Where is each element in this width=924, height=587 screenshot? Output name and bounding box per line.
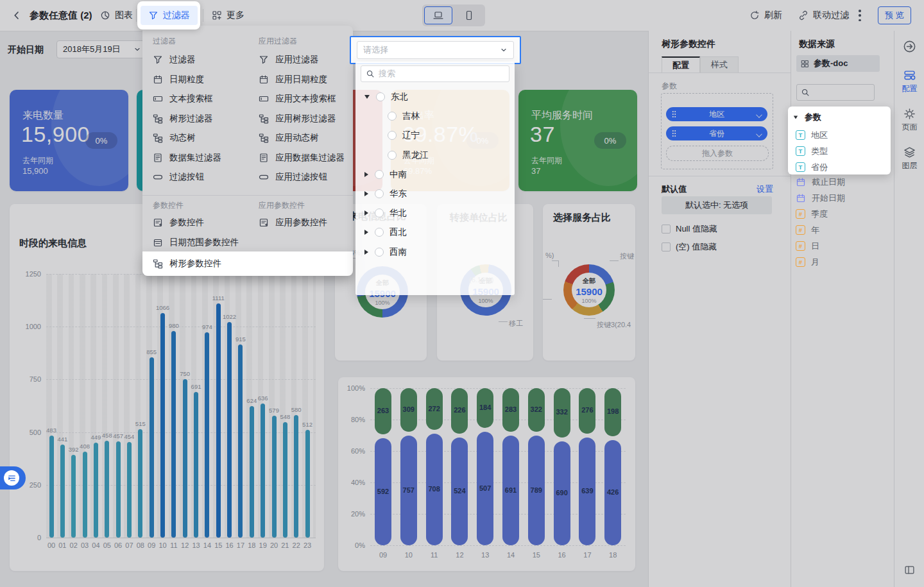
rail-tab-页面[interactable]: 页面 (894, 108, 924, 133)
start-date-select[interactable]: 2018年5月19日 (56, 40, 148, 58)
radio-button[interactable] (375, 189, 384, 198)
default-settings-link[interactable]: 设置 (757, 183, 773, 195)
menu-item-应用日期粒度[interactable]: 应用日期粒度 (259, 70, 345, 90)
tree-node-黑龙江[interactable]: 黑龙江 (355, 146, 515, 165)
radio-button[interactable] (388, 151, 397, 160)
tree-node-西北[interactable]: 西北 (355, 223, 515, 242)
tree-node-label: 中南 (389, 169, 407, 180)
collapse-panel-button[interactable] (894, 40, 924, 55)
triangle-down-icon[interactable] (364, 95, 370, 99)
triangle-right-icon[interactable] (364, 191, 368, 196)
tree-node-吉林[interactable]: 吉林 (355, 106, 515, 126)
tree-search-input[interactable]: 搜索 (361, 65, 509, 82)
menu-item-应用数据集过滤器[interactable]: 应用数据集过滤器 (259, 148, 345, 168)
triangle-right-icon[interactable] (364, 172, 368, 177)
param-folder-row[interactable]: 参数 (793, 112, 821, 123)
field-季度[interactable]: #季度 (796, 206, 828, 222)
calendar-icon (259, 74, 269, 85)
tree-node-华东[interactable]: 华东 (355, 184, 515, 203)
bar (138, 429, 142, 538)
menu-item-应用参数控件[interactable]: 应用参数控件 (259, 213, 327, 233)
tree-node-东北[interactable]: 东北 (355, 87, 515, 106)
x-axis-tick: 14 (501, 551, 520, 559)
field-类型[interactable]: T类型 (796, 143, 828, 159)
tree-param-select[interactable]: 请选择 (357, 41, 514, 59)
menu-item-应用树形过滤器[interactable]: 应用树形过滤器 (259, 109, 345, 129)
empty-hide-checkbox[interactable] (662, 242, 671, 251)
tab-config[interactable]: 配置 (662, 56, 700, 73)
field-年[interactable]: #年 (796, 222, 819, 238)
funnel-icon (259, 55, 269, 65)
tree-node-华北[interactable]: 华北 (355, 203, 515, 223)
desktop-view-toggle[interactable] (424, 6, 452, 24)
radio-button[interactable] (375, 248, 384, 257)
menu-item-日期范围参数控件[interactable]: 日期范围参数控件 (153, 233, 239, 253)
tree-node-辽宁[interactable]: 辽宁 (355, 126, 515, 145)
bar (194, 392, 198, 538)
dataset-selector[interactable]: 参数-doc (796, 55, 880, 72)
linkage-filter-button[interactable]: 联动过滤 (793, 5, 854, 26)
menu-item-树形过滤器[interactable]: 树形过滤器 (153, 109, 221, 129)
drag-handle-icon[interactable] (672, 110, 676, 118)
menu-item-文本搜索框[interactable]: 文本搜索框 (153, 89, 221, 109)
menu-item-过滤按钮[interactable]: 过滤按钮 (153, 167, 221, 187)
radio-button[interactable] (388, 131, 397, 140)
triangle-right-icon[interactable] (364, 250, 368, 255)
menu-item-应用文本搜索框[interactable]: 应用文本搜索框 (259, 89, 345, 109)
kpi-value: 37 (530, 122, 555, 147)
menu-item-动态树[interactable]: 动态树 (153, 128, 221, 148)
param-pill-province[interactable]: 省份 (666, 126, 767, 140)
bar (283, 422, 287, 538)
mobile-view-toggle[interactable] (455, 6, 483, 24)
kebab-menu-button[interactable] (853, 5, 866, 26)
triangle-right-icon[interactable] (364, 230, 368, 235)
field-月[interactable]: #月 (796, 254, 819, 270)
field-截止日期[interactable]: 截止日期 (796, 174, 845, 190)
segment-value-label: 276 (579, 406, 595, 414)
rail-tab-配置[interactable]: 配置 (894, 69, 924, 94)
menu-item-tree-param-widget[interactable]: 树形参数控件 (142, 251, 353, 276)
sidebar-layout-button[interactable] (894, 565, 924, 577)
radio-button[interactable] (375, 228, 384, 237)
kpi-card[interactable]: 来电数量15,9000%去年同期15,900 (10, 90, 128, 191)
field-地区[interactable]: T地区 (796, 127, 828, 143)
refresh-button[interactable]: 刷新 (744, 5, 787, 26)
menu-item-日期粒度[interactable]: 日期粒度 (153, 70, 221, 90)
drag-handle-icon[interactable] (672, 130, 676, 137)
filter-menu-button[interactable]: 过滤器 (137, 1, 200, 30)
field-开始日期[interactable]: 开始日期 (796, 190, 845, 206)
menu-item-数据集过滤器[interactable]: 数据集过滤器 (153, 148, 221, 168)
radio-button[interactable] (375, 208, 384, 217)
preview-button[interactable]: 预 览 (878, 6, 911, 24)
number-field-icon: # (796, 209, 805, 219)
radio-button[interactable] (376, 92, 385, 101)
menu-item-参数控件[interactable]: 参数控件 (153, 213, 239, 233)
menu-item-应用过滤按钮[interactable]: 应用过滤按钮 (259, 167, 345, 187)
radio-button[interactable] (388, 112, 397, 121)
menu-item-过滤器[interactable]: 过滤器 (153, 50, 221, 70)
chart-title: 时段的来电信息 (19, 237, 87, 250)
tab-style[interactable]: 样式 (700, 56, 739, 73)
field-search-input[interactable] (796, 84, 875, 101)
more-menu-button[interactable]: 更多 (207, 5, 250, 26)
radio-button[interactable] (375, 170, 384, 179)
pie-chart-icon (100, 10, 110, 21)
stacked-segment-bottom: 426 (604, 440, 621, 545)
drop-param-hint[interactable]: 拖入参数 (666, 146, 769, 161)
field-label: 地区 (811, 130, 828, 141)
menu-item-应用过滤器[interactable]: 应用过滤器 (259, 50, 345, 70)
null-hide-checkbox[interactable] (662, 225, 671, 234)
param-pill-region[interactable]: 地区 (666, 107, 767, 121)
rail-tab-图层[interactable]: 图层 (894, 146, 924, 171)
menu-item-应用动态树[interactable]: 应用动态树 (259, 128, 345, 148)
tree-node-中南[interactable]: 中南 (355, 165, 515, 184)
tree-node-西南[interactable]: 西南 (355, 242, 515, 262)
kpi-card[interactable]: 平均服务时间370%去年同期37 (518, 90, 637, 191)
chart-menu-button[interactable]: 图表 (95, 5, 138, 26)
field-省份[interactable]: T省份 (796, 159, 828, 175)
default-selection-box[interactable]: 默认选中: 无选项 (662, 196, 772, 214)
triangle-right-icon[interactable] (364, 210, 368, 216)
field-日[interactable]: #日 (796, 238, 819, 254)
bar-value-label: 483 (42, 427, 61, 434)
catalog-toggle-button[interactable] (0, 466, 26, 489)
